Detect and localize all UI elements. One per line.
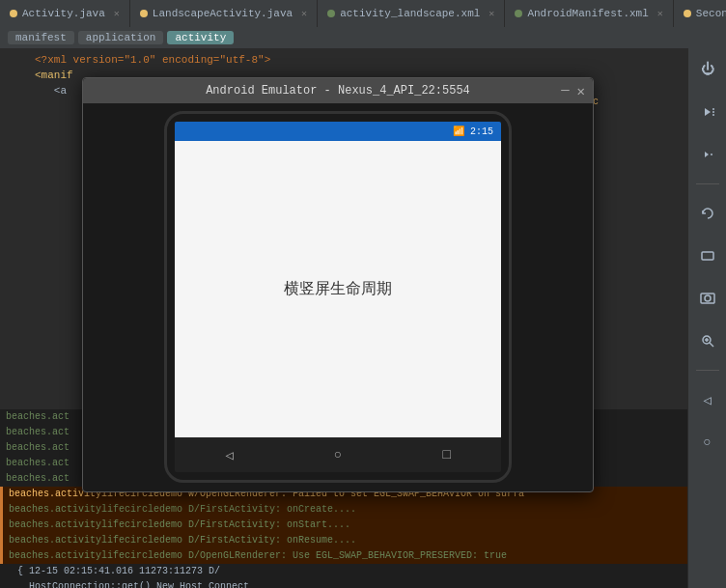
breadcrumb-application[interactable]: application — [78, 31, 164, 44]
emulator-title-bar: Android Emulator - Nexus_4_API_22:5554 ─… — [83, 78, 593, 103]
tab-label: SecondActivity.java — [696, 8, 726, 19]
home-circle-button[interactable]: ○ — [694, 429, 721, 456]
phone-body: 📶 2:15 横竖屏生命周期 ◁ ○ □ — [164, 111, 512, 483]
emulator-window: Android Emulator - Nexus_4_API_22:5554 ─… — [82, 77, 594, 492]
log-line-egl-preserved: beaches.activitylifecircledemo D/OpenGLR… — [3, 548, 687, 564]
breadcrumb-manifest[interactable]: manifest — [8, 31, 74, 44]
log-line-onresume: beaches.activitylifecircledemo D/FirstAc… — [3, 533, 687, 548]
emulator-controls: ─ ✕ — [561, 83, 585, 99]
tab-landscape-activity[interactable]: LandscapeActivity.java ✕ — [130, 0, 318, 27]
back-button[interactable]: ◁ — [694, 386, 721, 413]
log-line-onstart: beaches.activitylifecircledemo D/FirstAc… — [3, 518, 687, 533]
tab-indicator — [140, 10, 148, 17]
phone-status-bar: 📶 2:15 — [175, 122, 501, 141]
tab-activity-landscape-xml[interactable]: activity_landscape.xml ✕ — [318, 0, 505, 27]
status-bar-icons: 📶 2:15 — [453, 126, 493, 137]
volume-up-button[interactable] — [694, 98, 721, 126]
phone-content: 横竖屏生命周期 — [175, 141, 501, 437]
right-toolbar: ⏻ — [687, 48, 726, 588]
tab-activity-java[interactable]: Activity.java ✕ — [0, 0, 130, 27]
nav-recents-button[interactable]: □ — [442, 447, 450, 462]
tab-indicator — [327, 10, 335, 17]
toolbar-separator — [696, 183, 719, 184]
emulator-title: Android Emulator - Nexus_4_API_22:5554 — [206, 84, 470, 98]
tab-android-manifest[interactable]: AndroidManifest.xml ✕ — [505, 0, 673, 27]
tab-close-icon[interactable]: ✕ — [114, 8, 120, 19]
svg-point-6 — [705, 295, 711, 301]
log-line-oncreate: beaches.activitylifecircledemo D/FirstAc… — [3, 502, 687, 518]
log-line-host-connect: { 12-15 02:15:41.016 11273:11273 D/ — [0, 564, 687, 579]
zoom-button[interactable] — [694, 327, 721, 354]
tab-close-icon[interactable]: ✕ — [489, 8, 494, 19]
tab-label: activity_landscape.xml — [340, 8, 480, 19]
landscape-rotate-button[interactable] — [694, 242, 721, 269]
nav-back-button[interactable]: ◁ — [225, 447, 233, 463]
emulator-close-button[interactable]: ✕ — [577, 83, 585, 99]
tab-close-icon[interactable]: ✕ — [301, 8, 307, 19]
tab-label: LandscapeActivity.java — [153, 8, 293, 19]
nav-home-button[interactable]: ○ — [334, 447, 342, 462]
power-button[interactable]: ⏻ — [694, 56, 721, 83]
tab-indicator — [684, 10, 691, 17]
emulator-minimize-button[interactable]: ─ — [561, 83, 569, 99]
tab-label: Activity.java — [22, 8, 105, 19]
volume-down-button[interactable] — [694, 141, 721, 168]
screen-text: 横竖屏生命周期 — [284, 279, 392, 299]
rotate-button[interactable] — [694, 200, 721, 227]
tab-indicator — [515, 10, 522, 17]
svg-rect-4 — [702, 252, 713, 260]
svg-line-8 — [710, 343, 713, 347]
phone-screen: 横竖屏生命周期 — [175, 141, 501, 437]
code-line-1: <?xml version="1.0" encoding="utf-8"> — [0, 52, 687, 68]
tab-second-activity[interactable]: SecondActivity.java ✕ — [674, 0, 726, 27]
main-area: <?xml version="1.0" encoding="utf-8"> <m… — [0, 48, 726, 588]
breadcrumb: manifest application activity — [0, 27, 726, 48]
editor-area: <?xml version="1.0" encoding="utf-8"> <m… — [0, 48, 687, 588]
toolbar-separator-2 — [696, 370, 719, 371]
tab-close-icon[interactable]: ✕ — [657, 8, 663, 19]
camera-button[interactable] — [694, 285, 721, 312]
tab-label: AndroidManifest.xml — [527, 8, 648, 19]
tab-indicator — [10, 10, 17, 17]
phone-navigation-bar: ◁ ○ □ — [175, 437, 501, 472]
breadcrumb-activity[interactable]: activity — [167, 31, 234, 44]
highlighted-log-block: beaches.activitylifecircledemo W/OpenGLR… — [0, 487, 687, 564]
log-line-host-connect-2: HostConnection::get() New Host Connect — [0, 579, 687, 588]
tab-bar: Activity.java ✕ LandscapeActivity.java ✕… — [0, 0, 726, 27]
